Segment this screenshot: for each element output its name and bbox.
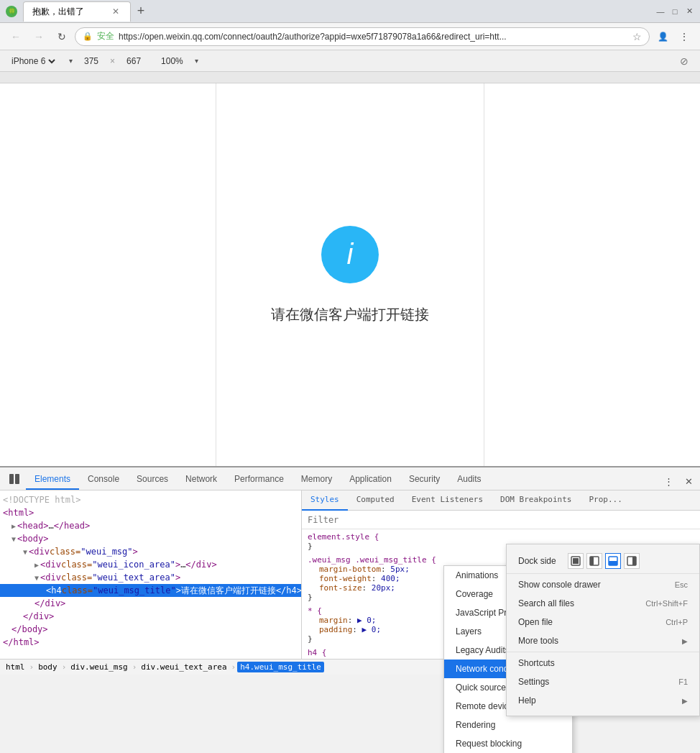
more-tools-submenu-arrow-icon: ▶ <box>682 637 688 645</box>
forward-button[interactable]: → <box>29 27 49 47</box>
address-bar[interactable]: 🔒 安全 https://open.weixin.qq.com/connect/… <box>75 27 650 46</box>
breadcrumb-item-html[interactable]: html <box>3 662 28 672</box>
phone-frame: i 请在微信客户端打开链接 <box>216 83 484 466</box>
settings-divider <box>507 652 699 652</box>
menu-item-search-all-files[interactable]: Search all files Ctrl+Shift+F <box>507 594 699 613</box>
menu-item-settings[interactable]: Settings F1 <box>507 672 699 691</box>
menu-item-more-tools[interactable]: More tools ▶ <box>507 631 699 650</box>
filter-input[interactable] <box>308 515 694 525</box>
dom-line-text-area[interactable]: ▼ <div class="weui_text_area" > <box>0 571 301 584</box>
breadcrumb-item-body[interactable]: body <box>35 662 60 672</box>
dock-undock-button[interactable] <box>568 553 584 569</box>
tab-application[interactable]: Application <box>341 470 400 490</box>
devtools-close-button[interactable]: ✕ <box>680 473 697 490</box>
dom-line-head[interactable]: ▶ <head>…</head> <box>0 519 301 532</box>
shortcut-open-file: Ctrl+P <box>648 618 688 626</box>
title-bar: 🍀 抱歉，出错了 ✕ + — □ ✕ <box>0 0 700 23</box>
emulation-height: 667 <box>126 56 141 66</box>
tab-network[interactable]: Network <box>177 470 226 490</box>
svg-rect-5 <box>590 557 594 565</box>
dom-arrow-body-icon[interactable]: ▼ <box>11 535 16 543</box>
dock-left-button[interactable] <box>586 553 602 569</box>
emulation-zoom: 100% <box>161 56 183 66</box>
dock-bottom-button[interactable] <box>605 553 621 569</box>
shortcut-search-all: Ctrl+Shift+F <box>628 599 688 608</box>
dom-line-icon-area[interactable]: ▶ <div class="weui_icon_area" >…</div> <box>0 558 301 571</box>
svg-rect-9 <box>632 557 636 565</box>
dom-arrow-div-icon[interactable]: ▼ <box>23 548 27 556</box>
tab-elements[interactable]: Elements <box>26 470 79 490</box>
style-selector-h4[interactable]: h4 { <box>308 648 327 657</box>
ruler <box>0 72 700 83</box>
dom-line-doctype[interactable]: <!DOCTYPE html> <box>0 493 301 506</box>
dock-right-button[interactable] <box>624 553 640 569</box>
tab-audits[interactable]: Audits <box>448 470 489 490</box>
disable-emulation-button[interactable]: ⊘ <box>677 54 691 68</box>
emulation-bar: iPhone 6 ▾ 375 × 667 100% ▾ ⊘ <box>0 50 700 72</box>
style-selector-star[interactable]: * { <box>308 606 322 616</box>
bookmark-button[interactable]: ☆ <box>632 31 642 42</box>
dom-panel: <!DOCTYPE html> <html> ▶ <head>…</head> … <box>0 490 302 659</box>
svg-rect-1 <box>15 474 19 484</box>
styles-tab-event-listeners[interactable]: Event Listeners <box>403 490 492 511</box>
dom-line-close-body[interactable]: </body> <box>0 623 301 636</box>
dock-divider <box>507 573 699 574</box>
new-tab-button[interactable]: + <box>131 1 151 22</box>
styles-tab-bar: Styles Computed Event Listeners DOM Brea… <box>302 490 700 511</box>
device-selector[interactable]: iPhone 6 <box>9 55 57 67</box>
close-button[interactable]: ✕ <box>684 6 694 17</box>
tab-console[interactable]: Console <box>79 470 128 490</box>
dom-line-close-weui-msg[interactable]: </div> <box>0 610 301 623</box>
dom-arrow-icon[interactable]: ▶ <box>11 522 16 530</box>
emulation-zoom-arrow-icon: ▾ <box>195 57 198 65</box>
tab-memory[interactable]: Memory <box>293 470 341 490</box>
breadcrumb-item-div-weui-msg[interactable]: div.weui_msg <box>68 662 130 672</box>
style-selector-element[interactable]: element.style { <box>308 532 379 542</box>
browser-tab[interactable]: 抱歉，出错了 ✕ <box>23 1 131 22</box>
dock-side-label: Dock side <box>507 550 699 572</box>
styles-tab-computed[interactable]: Computed <box>348 490 403 511</box>
dom-arrow-text-area-icon[interactable]: ▼ <box>34 574 39 582</box>
dom-line-close-html[interactable]: </html> <box>0 636 301 649</box>
navigation-bar: ← → ↻ 🔒 安全 https://open.weixin.qq.com/co… <box>0 23 700 50</box>
tab-performance[interactable]: Performance <box>226 470 293 490</box>
dom-line-body[interactable]: ▼ <body> <box>0 532 301 545</box>
more-button[interactable]: ⋮ <box>674 27 694 47</box>
styles-tab-styles[interactable]: Styles <box>302 490 348 511</box>
tab-sources[interactable]: Sources <box>128 470 177 490</box>
emulation-width: 375 <box>84 56 98 66</box>
dom-arrow-icon-area-icon[interactable]: ▶ <box>34 561 39 569</box>
menu-item-shortcuts[interactable]: Shortcuts <box>507 654 699 672</box>
devtools-side-icon[interactable] <box>3 470 26 490</box>
back-button[interactable]: ← <box>6 27 26 47</box>
breadcrumb-item-h4[interactable]: h4.weui_msg_title <box>237 662 324 672</box>
menu-item-show-console-drawer[interactable]: Show console drawer Esc <box>507 575 699 594</box>
devtools-more-button[interactable]: ⋮ <box>660 473 677 490</box>
help-submenu-arrow-icon: ▶ <box>682 697 688 705</box>
menu-item-help[interactable]: Help ▶ <box>507 691 699 710</box>
styles-tab-dom-breakpoints[interactable]: DOM Breakpoints <box>492 490 580 511</box>
window-controls: — □ ✕ <box>655 6 694 17</box>
address-text: https://open.weixin.qq.com/connect/oauth… <box>119 32 628 42</box>
menu-item-open-file[interactable]: Open file Ctrl+P <box>507 613 699 631</box>
style-selector-weui[interactable]: .weui_msg .weui_msg_title { <box>308 555 436 565</box>
secure-icon: 🔒 <box>83 32 93 42</box>
dom-line-weui-msg[interactable]: ▼ <div class="weui_msg" > <box>0 545 301 558</box>
secure-label: 安全 <box>97 30 114 42</box>
tab-security[interactable]: Security <box>400 470 448 490</box>
styles-tab-prop[interactable]: Prop... <box>580 490 630 511</box>
reload-button[interactable]: ↻ <box>52 27 72 47</box>
dom-line-close-text-area[interactable]: </div> <box>0 597 301 610</box>
devtools-tab-bar: Elements Console Sources Network Perform… <box>0 467 700 490</box>
breadcrumb-item-div-text-area[interactable]: div.weui_text_area <box>138 662 229 672</box>
maximize-button[interactable]: □ <box>670 6 680 17</box>
tab-close-button[interactable]: ✕ <box>110 6 121 17</box>
cast-button[interactable]: 👤 <box>653 27 673 47</box>
dom-line-h4[interactable]: <h4 class="weui_msg_title" > 请在微信客户端打开链接… <box>0 584 301 597</box>
dom-line-html[interactable]: <html> <box>0 506 301 519</box>
menu-item-rendering[interactable]: Rendering <box>444 716 572 734</box>
page-content-area: i 请在微信客户端打开链接 <box>0 83 700 466</box>
filter-bar <box>302 511 700 529</box>
menu-item-request-blocking[interactable]: Request blocking <box>444 734 572 753</box>
minimize-button[interactable]: — <box>655 6 666 17</box>
